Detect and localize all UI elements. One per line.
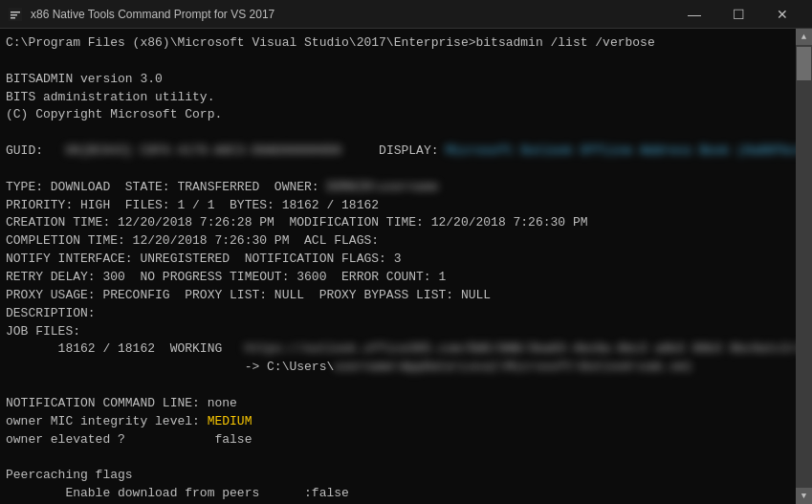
terminal-output[interactable]: C:\Program Files (x86)\Microsoft Visual … (0, 29, 796, 504)
window-controls: — ☐ ✕ (672, 0, 804, 29)
scroll-down-arrow[interactable]: ▼ (796, 488, 812, 504)
display-value: Microsoft Outlook Offline Address Book (… (446, 143, 796, 158)
output-priority: PRIORITY: HIGH FILES: 1 / 1 BYTES: 18162… (6, 197, 786, 215)
scroll-thumb[interactable] (797, 47, 811, 80)
scroll-up-arrow[interactable]: ▲ (796, 29, 812, 45)
output-guid: GUID: 00{BC843} C8F6-4170-A8C3-D8AD88800… (6, 142, 786, 161)
output-peercaching: Peercaching flags (6, 467, 786, 485)
integrity-value: MEDIUM (208, 414, 252, 428)
output-notify: NOTIFY INTERFACE: UNREGISTERED NOTIFICAT… (6, 251, 786, 269)
window-title: x86 Native Tools Command Prompt for VS 2… (31, 8, 274, 21)
svg-rect-2 (11, 14, 17, 16)
output-blank3 (6, 377, 786, 395)
app-icon (8, 7, 23, 22)
output-blank4 (6, 449, 786, 467)
output-blank1 (6, 124, 786, 142)
command-line: C:\Program Files (x86)\Microsoft Visual … (6, 34, 786, 53)
output-notification-cmd: NOTIFICATION COMMAND LINE: none (6, 395, 786, 413)
output-elevated: owner elevated ? false (6, 431, 786, 449)
output-completion: COMPLETION TIME: 12/20/2018 7:26:30 PM A… (6, 232, 786, 251)
file-url-value: https://outlook.office365.com/EWS/OAB/3b… (245, 341, 796, 356)
owner-value: DOMAIN\username (326, 180, 438, 194)
output-admin: BITS administration utility. (6, 89, 786, 107)
title-bar-left: x86 Native Tools Command Prompt for VS 2… (8, 7, 274, 22)
local-path-value: username\AppData\Local\Microsoft\Outlook… (334, 360, 691, 374)
title-bar: x86 Native Tools Command Prompt for VS 2… (0, 0, 812, 29)
output-version: BITSADMIN version 3.0 (6, 71, 786, 89)
output-job-files: JOB FILES: (6, 323, 786, 341)
output-copyright: (C) Copyright Microsoft Corp. (6, 106, 786, 124)
output-job-file-1: 18162 / 18162 WORKING https://outlook.of… (6, 340, 786, 359)
output-type: TYPE: DOWNLOAD STATE: TRANSFERRED OWNER:… (6, 179, 786, 197)
output-mic: owner MIC integrity level: MEDIUM (6, 413, 786, 431)
output-line-1 (6, 53, 786, 71)
output-retry: RETRY DELAY: 300 NO PROGRESS TIMEOUT: 36… (6, 269, 786, 287)
scrollbar[interactable]: ▲ ▼ (796, 29, 812, 504)
terminal-container: C:\Program Files (x86)\Microsoft Visual … (0, 29, 812, 504)
svg-rect-3 (11, 17, 15, 19)
scroll-track[interactable] (796, 45, 812, 488)
output-proxy: PROXY USAGE: PRECONFIG PROXY LIST: NULL … (6, 287, 786, 305)
output-blank2 (6, 161, 786, 179)
output-description: DESCRIPTION: (6, 305, 786, 323)
minimize-button[interactable]: — (672, 0, 716, 29)
output-peer-download: Enable download from peers :false (6, 485, 786, 503)
output-creation: CREATION TIME: 12/20/2018 7:26:28 PM MOD… (6, 214, 786, 232)
maximize-button[interactable]: ☐ (716, 0, 760, 29)
output-job-file-2: -> C:\Users\username\AppData\Local\Micro… (6, 359, 786, 377)
guid-value: 00{BC843} C8F6-4170-A8C3-D8AD888000D0 (65, 143, 341, 158)
svg-rect-1 (11, 11, 20, 13)
close-button[interactable]: ✕ (760, 0, 804, 29)
